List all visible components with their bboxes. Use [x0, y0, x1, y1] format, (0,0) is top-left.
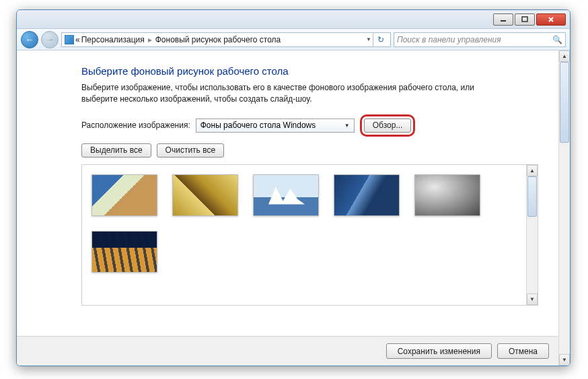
minimize-button[interactable] [493, 13, 513, 26]
location-label: Расположение изображения: [81, 120, 190, 130]
wallpaper-thumbnail[interactable] [91, 231, 157, 273]
save-button[interactable]: Сохранить изменения [386, 343, 492, 359]
wallpaper-thumbnail[interactable] [172, 174, 238, 216]
search-placeholder: Поиск в панели управления [397, 35, 501, 44]
select-all-button[interactable]: Выделить все [81, 143, 151, 158]
address-bar[interactable]: « Персонализация ▸ Фоновый рисунок рабоч… [61, 32, 391, 47]
refresh-button[interactable]: ↻ [373, 32, 388, 47]
breadcrumb-seg-2[interactable]: Фоновый рисунок рабочего стола [155, 35, 281, 44]
navigation-bar: ← → « Персонализация ▸ Фоновый рисунок р… [17, 29, 570, 50]
wallpaper-thumbnail[interactable] [91, 174, 157, 216]
thumbnails-scrollbar[interactable]: ▲ ▼ [526, 165, 538, 305]
chevron-down-icon: ▼ [344, 123, 350, 129]
highlight-ring: Обзор... [360, 114, 416, 137]
svg-rect-0 [501, 20, 506, 22]
page-title: Выберите фоновый рисунок рабочего стола [81, 65, 538, 77]
address-dropdown-icon[interactable]: ▼ [363, 36, 371, 42]
thumbnails-panel: ▲ ▼ [81, 164, 538, 306]
scroll-up-icon[interactable]: ▲ [559, 50, 570, 62]
search-icon: 🔍 [552, 35, 562, 44]
window-frame: ← → « Персонализация ▸ Фоновый рисунок р… [16, 9, 571, 366]
main-scrollbar[interactable]: ▲ ▼ [558, 50, 570, 366]
maximize-button[interactable] [515, 13, 535, 26]
titlebar[interactable] [17, 10, 570, 29]
select-buttons-row: Выделить все Очистить все [81, 143, 538, 158]
wallpaper-thumbnail[interactable] [253, 174, 319, 216]
arrow-right-icon: → [46, 34, 54, 44]
browse-button[interactable]: Обзор... [364, 118, 412, 133]
thumbnails-list [82, 165, 526, 305]
scrollbar-thumb[interactable] [527, 176, 537, 217]
wallpaper-thumbnail[interactable] [414, 174, 480, 216]
back-button[interactable]: ← [21, 31, 38, 48]
content-wrap: Выберите фоновый рисунок рабочего стола … [17, 50, 570, 366]
page-subtext: Выберите изображение, чтобы использовать… [81, 82, 512, 105]
breadcrumb-seg-1[interactable]: Персонализация [81, 35, 145, 44]
forward-button[interactable]: → [41, 31, 59, 48]
scrollbar-thumb[interactable] [560, 62, 569, 143]
footer-bar: Сохранить изменения Отмена [17, 336, 558, 366]
svg-rect-1 [522, 17, 527, 22]
cancel-button[interactable]: Отмена [497, 343, 549, 359]
content-area: Выберите фоновый рисунок рабочего стола … [17, 50, 558, 366]
control-panel-icon [65, 35, 74, 44]
close-button[interactable] [536, 13, 566, 26]
dropdown-value: Фоны рабочего стола Windows [200, 120, 316, 130]
scroll-down-icon[interactable]: ▼ [527, 294, 538, 305]
arrow-left-icon: ← [26, 34, 34, 44]
scroll-down-icon[interactable]: ▼ [559, 354, 570, 366]
scroll-up-icon[interactable]: ▲ [527, 165, 538, 176]
location-dropdown[interactable]: Фоны рабочего стола Windows ▼ [196, 118, 355, 133]
breadcrumb-sep-icon: ▸ [146, 35, 154, 44]
search-input[interactable]: Поиск в панели управления 🔍 [394, 32, 566, 47]
clear-all-button[interactable]: Очистить все [157, 143, 224, 158]
location-row: Расположение изображения: Фоны рабочего … [81, 114, 538, 137]
wallpaper-thumbnail[interactable] [334, 174, 400, 216]
breadcrumb-laquo: « [75, 35, 80, 44]
